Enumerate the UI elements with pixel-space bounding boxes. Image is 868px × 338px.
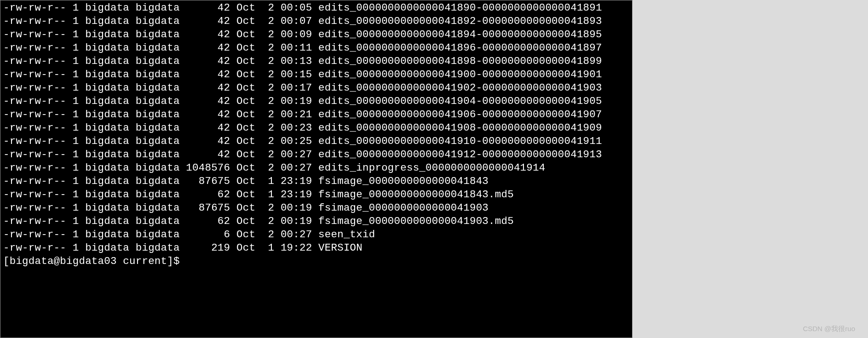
terminal-window[interactable]: -rw-rw-r-- 1 bigdata bigdata 42 Oct 2 00… [0,0,632,338]
watermark-text: CSDN @我很ruo [803,325,855,333]
shell-prompt[interactable]: [bigdata@bigdata03 current]$ [3,255,629,268]
ls-output: -rw-rw-r-- 1 bigdata bigdata 42 Oct 2 00… [3,1,629,255]
